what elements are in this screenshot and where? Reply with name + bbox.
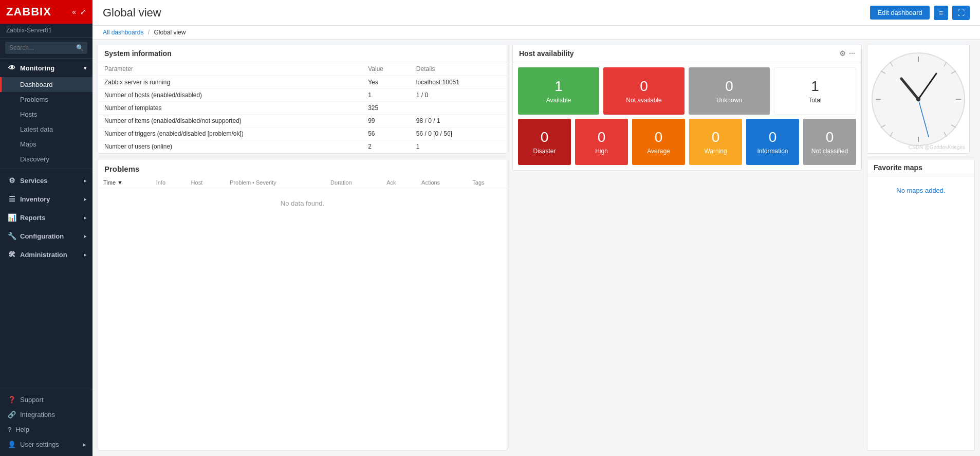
sysinfo-param-2: Number of templates <box>98 102 362 115</box>
sysinfo-param-5: Number of users (online) <box>98 140 362 153</box>
sysinfo-row-1: Number of hosts (enabled/disabled)11 / 0 <box>98 89 507 102</box>
sidebar-item-maps[interactable]: Maps <box>0 137 93 152</box>
sidebar-header: ZABBIX « ⤢ <box>0 0 93 24</box>
col-value: Value <box>362 62 410 76</box>
sysinfo-details-3: 98 / 0 / 1 <box>410 115 507 127</box>
breadcrumb-separator: / <box>148 29 150 36</box>
sidebar-item-problems[interactable]: Problems <box>0 92 93 107</box>
user-settings-chevron: ▸ <box>83 441 86 448</box>
sidebar: ZABBIX « ⤢ Zabbix-Server01 🔍 👁 Monitorin… <box>0 0 93 456</box>
right-column: Host availability ⚙ ··· 1Available0Not a… <box>512 45 862 451</box>
inventory-label: Inventory <box>20 195 50 203</box>
avail-severity-information[interactable]: 0Information <box>746 119 799 165</box>
avail-severity-high[interactable]: 0High <box>575 119 628 165</box>
svg-point-16 <box>916 97 920 101</box>
no-data-cell: No data found. <box>98 189 507 218</box>
sysinfo-value-3: 99 <box>362 115 410 127</box>
search-input[interactable] <box>5 42 87 54</box>
host-availability-header: Host availability ⚙ ··· <box>513 45 861 62</box>
resize-sidebar-icon[interactable]: ⤢ <box>80 8 86 16</box>
avail-box-unknown[interactable]: 0Unknown <box>689 67 770 115</box>
services-label: Services <box>20 177 48 185</box>
configuration-chevron: ▸ <box>84 233 86 239</box>
avail-severity-not-classified[interactable]: 0Not classified <box>803 119 856 165</box>
sidebar-item-inventory[interactable]: ☰ Inventory ▸ <box>0 190 93 208</box>
edit-dashboard-button[interactable]: Edit dashboard <box>870 6 929 20</box>
problems-header-row: Time ▼InfoHostProblem • SeverityDuration… <box>98 176 507 189</box>
system-info-panel: System information Parameter Value Detai… <box>98 45 507 154</box>
avail-box-not-available[interactable]: 0Not available <box>603 67 685 115</box>
monitoring-icon: 👁 <box>8 64 16 72</box>
sysinfo-details-4: 56 / 0 [0 / 56] <box>410 127 507 140</box>
sidebar-logo: ZABBIX <box>6 5 51 19</box>
collapse-sidebar-icon[interactable]: « <box>72 8 76 16</box>
problems-col-0[interactable]: Time ▼ <box>98 176 151 189</box>
sidebar-item-services[interactable]: ⚙ Services ▸ <box>0 171 93 190</box>
monitoring-label: Monitoring <box>20 64 54 72</box>
sysinfo-row-2: Number of templates325 <box>98 102 507 115</box>
search-icon: 🔍 <box>76 44 84 51</box>
sidebar-item-support[interactable]: ❓ Support <box>0 392 93 407</box>
topbar-actions: Edit dashboard ≡ ⛶ <box>870 6 970 20</box>
problems-col-2: Host <box>186 176 225 189</box>
sysinfo-details-1: 1 / 0 <box>410 89 507 102</box>
sysinfo-row-4: Number of triggers (enabled/disabled [pr… <box>98 127 507 140</box>
sysinfo-param-4: Number of triggers (enabled/disabled [pr… <box>98 127 362 140</box>
sidebar-item-user-settings[interactable]: 👤 User settings ▸ <box>0 437 93 452</box>
avail-box-total[interactable]: 1Total <box>774 67 856 115</box>
nav-divider-bottom <box>0 390 93 390</box>
sidebar-search-container: 🔍 <box>0 38 93 59</box>
avail-box-available[interactable]: 1Available <box>518 67 599 115</box>
sidebar-controls: « ⤢ <box>72 8 86 16</box>
breadcrumb-current: Global view <box>154 29 186 36</box>
administration-label: Administration <box>20 251 67 259</box>
more-icon[interactable]: ··· <box>849 49 855 58</box>
fullscreen-button[interactable]: ⛶ <box>952 6 970 20</box>
problems-col-1: Info <box>151 176 186 189</box>
avail-severity-average[interactable]: 0Average <box>632 119 685 165</box>
monitoring-chevron: ▾ <box>84 65 86 71</box>
main-content: Global view Edit dashboard ≡ ⛶ All dashb… <box>93 0 980 456</box>
gear-icon[interactable]: ⚙ <box>839 49 846 58</box>
sidebar-item-reports[interactable]: 📊 Reports ▸ <box>0 208 93 227</box>
favorite-maps-content: No maps added. <box>867 181 974 199</box>
no-maps-label: No maps added. <box>896 187 945 194</box>
nav-divider-1 <box>0 169 93 169</box>
sidebar-item-configuration[interactable]: 🔧 Configuration ▸ <box>0 227 93 245</box>
no-data-row: No data found. <box>98 189 507 218</box>
problems-col-5: Ack <box>381 176 416 189</box>
breadcrumb: All dashboards / Global view <box>93 26 980 40</box>
sysinfo-value-2: 325 <box>362 102 410 115</box>
sysinfo-param-1: Number of hosts (enabled/disabled) <box>98 89 362 102</box>
sidebar-item-monitoring[interactable]: 👁 Monitoring ▾ <box>0 59 93 77</box>
administration-chevron: ▸ <box>84 252 86 258</box>
system-info-header: System information <box>98 45 507 62</box>
sysinfo-value-1: 1 <box>362 89 410 102</box>
sidebar-item-help[interactable]: ? Help <box>0 422 93 437</box>
sidebar-item-administration[interactable]: 🛠 Administration ▸ <box>0 245 93 264</box>
sidebar-item-integrations[interactable]: 🔗 Integrations <box>0 407 93 422</box>
sysinfo-value-0: Yes <box>362 76 410 89</box>
user-icon: 👤 <box>8 441 16 448</box>
sidebar-item-discovery[interactable]: Discovery <box>0 152 93 167</box>
avail-total-num: 1 <box>811 78 819 95</box>
services-chevron: ▸ <box>84 178 86 184</box>
sysinfo-details-5: 1 <box>410 140 507 153</box>
inventory-icon: ☰ <box>8 195 16 203</box>
sysinfo-param-0: Zabbix server is running <box>98 76 362 89</box>
sidebar-item-latest-data[interactable]: Latest data <box>0 122 93 137</box>
breadcrumb-all-dashboards[interactable]: All dashboards <box>103 29 143 36</box>
avail-severity-disaster[interactable]: 0Disaster <box>518 119 571 165</box>
list-view-button[interactable]: ≡ <box>934 6 948 20</box>
col-details: Details <box>410 62 507 76</box>
host-availability-title: Host availability <box>519 49 574 58</box>
avail-total-label: Total <box>808 97 821 104</box>
configuration-icon: 🔧 <box>8 232 16 240</box>
administration-icon: 🛠 <box>8 250 16 259</box>
problems-col-6: Actions <box>416 176 467 189</box>
sidebar-item-hosts[interactable]: Hosts <box>0 107 93 122</box>
avail-severity-warning[interactable]: 0Warning <box>689 119 742 165</box>
sidebar-item-dashboard[interactable]: Dashboard <box>0 77 93 92</box>
reports-icon: 📊 <box>8 213 16 222</box>
support-icon: ❓ <box>8 396 16 404</box>
